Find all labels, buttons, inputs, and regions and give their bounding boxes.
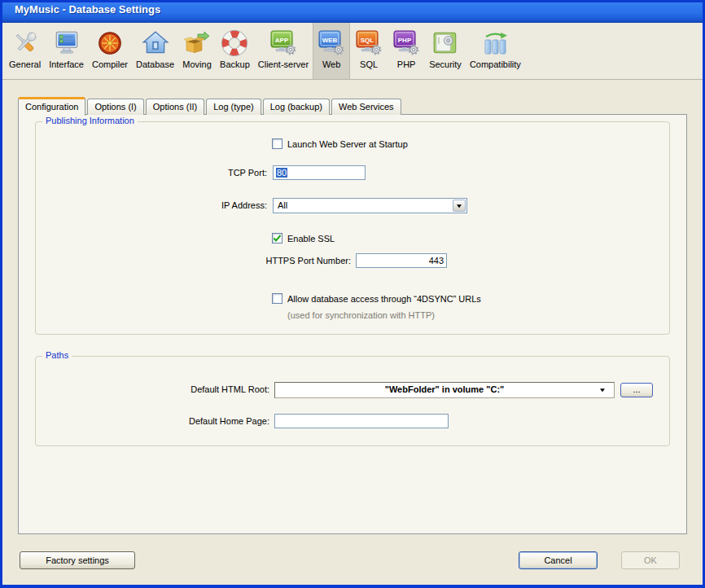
- house-icon: [141, 27, 170, 59]
- home-page-input[interactable]: [274, 414, 449, 428]
- https-port-label: HTTPS Port Number:: [188, 256, 351, 265]
- tools-icon: [11, 27, 40, 59]
- monitor-options-icon: [52, 27, 81, 59]
- toolbar-item-label: Moving: [182, 59, 211, 69]
- toolbar-item-moving[interactable]: Moving: [178, 23, 216, 79]
- box-arrow-icon: [182, 27, 212, 59]
- toolbar-item-label: Client-server: [258, 59, 309, 69]
- toolbar-item-label: Backup: [220, 59, 250, 69]
- chevron-down-icon: [600, 388, 605, 394]
- tab-log-type[interactable]: Log (type): [206, 99, 261, 115]
- configuration-tab-pane: Publishing Information Launch Web Server…: [18, 114, 687, 534]
- toolbar-item-compiler[interactable]: Compiler: [88, 23, 132, 79]
- toolbar-item-security[interactable]: Security: [425, 23, 466, 79]
- launch-web-server-checkbox[interactable]: [272, 138, 282, 149]
- toolbar-item-label: Web: [322, 59, 340, 69]
- selected-text: 80: [276, 168, 287, 178]
- sync-hint-text: (used for synchronization with HTTP): [287, 310, 435, 320]
- factory-settings-button[interactable]: Factory settings: [20, 551, 135, 569]
- enable-ssl-checkbox[interactable]: [272, 233, 282, 244]
- tab-options-2[interactable]: Options (II): [146, 99, 204, 115]
- tcp-port-label: TCP Port:: [104, 168, 267, 178]
- paths-group: Paths: [35, 356, 670, 446]
- safe-icon: [431, 27, 460, 59]
- tcp-port-input[interactable]: 80: [273, 165, 366, 180]
- toolbar-item-label: General: [9, 59, 41, 69]
- toolbar-item-compatibility[interactable]: Compatibility: [466, 23, 525, 79]
- ip-address-value: All: [278, 200, 450, 210]
- toolbar-item-database[interactable]: Database: [132, 23, 178, 79]
- ip-address-dropdown[interactable]: All: [273, 198, 467, 213]
- group-title: Paths: [42, 350, 72, 360]
- toolbar-item-label: Database: [136, 59, 174, 69]
- enable-ssl-label: Enable SSL: [287, 234, 335, 244]
- toolbar-item-sql[interactable]: SQL SQL: [350, 23, 388, 79]
- sql-screen-gear-icon: SQL: [354, 27, 383, 59]
- html-root-popup[interactable]: "WebFolder" in volume "C:": [274, 382, 615, 398]
- svg-text:SQL: SQL: [361, 37, 374, 44]
- checkmark-icon: [272, 233, 282, 244]
- settings-tabbar: Configuration Options (I) Options (II) L…: [18, 96, 403, 115]
- settings-toolbar: General Interface: [2, 23, 703, 80]
- tab-log-backup[interactable]: Log (backup): [263, 99, 330, 115]
- database-settings-window: MyMusic - Database Settings: [0, 0, 705, 588]
- web-screen-gear-icon: WEB: [317, 27, 346, 59]
- toolbar-item-label: Compiler: [92, 59, 128, 69]
- toolbar-item-label: Compatibility: [470, 59, 521, 69]
- toolbar-item-label: PHP: [397, 59, 416, 69]
- ok-button[interactable]: OK: [621, 551, 680, 569]
- wheel-icon: [95, 27, 125, 59]
- html-root-label: Default HTML Root:: [107, 384, 269, 394]
- binders-arrow-icon: [480, 27, 510, 59]
- php-screen-gear-icon: PHP: [392, 27, 421, 59]
- toolbar-item-label: Interface: [49, 59, 84, 69]
- chevron-down-icon: [457, 204, 462, 210]
- lifebuoy-icon: [220, 27, 249, 59]
- toolbar-item-web[interactable]: WEB Web: [313, 23, 350, 79]
- toolbar-item-label: Security: [429, 59, 462, 69]
- toolbar-item-php[interactable]: PHP PHP: [388, 23, 425, 79]
- toolbar-item-label: SQL: [360, 59, 378, 69]
- svg-text:APP: APP: [275, 37, 289, 44]
- window-title: MyMusic - Database Settings: [15, 3, 160, 15]
- allow-4dsync-label: Allow database access through “4DSYNC” U…: [287, 294, 481, 304]
- allow-4dsync-checkbox[interactable]: [272, 293, 282, 304]
- group-title: Publishing Information: [42, 116, 138, 125]
- svg-text:WEB: WEB: [322, 37, 338, 44]
- dropdown-button[interactable]: [453, 200, 466, 212]
- app-screen-gear-icon: APP: [269, 27, 298, 59]
- toolbar-item-client-server[interactable]: APP Client-server: [254, 23, 313, 79]
- home-page-label: Default Home Page:: [107, 416, 269, 426]
- tab-web-services[interactable]: Web Services: [331, 99, 401, 115]
- svg-text:PHP: PHP: [398, 37, 412, 44]
- cancel-button[interactable]: Cancel: [519, 551, 598, 569]
- tab-options-1[interactable]: Options (I): [87, 99, 143, 115]
- toolbar-item-backup[interactable]: Backup: [216, 23, 254, 79]
- toolbar-item-general[interactable]: General: [5, 23, 45, 79]
- browse-button[interactable]: ...: [620, 383, 653, 397]
- ip-address-label: IP Address:: [104, 200, 267, 210]
- title-bar[interactable]: MyMusic - Database Settings: [0, 0, 705, 23]
- https-port-input[interactable]: 443: [356, 253, 447, 268]
- html-root-value: "WebFolder" in volume "C:": [385, 384, 505, 394]
- launch-web-server-label: Launch Web Server at Startup: [287, 139, 408, 149]
- toolbar-item-interface[interactable]: Interface: [45, 23, 88, 79]
- tab-configuration[interactable]: Configuration: [18, 97, 85, 116]
